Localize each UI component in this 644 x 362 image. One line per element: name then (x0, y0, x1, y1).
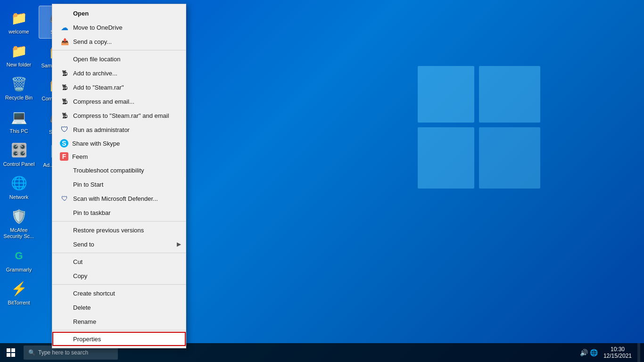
ctx-restore-prev-label: Restore previous versions (73, 227, 144, 234)
send-copy-icon: 📤 (60, 37, 69, 46)
taskbar-date: 12/15/2021 (603, 353, 632, 359)
ctx-delete[interactable]: Delete (52, 300, 186, 314)
ctx-copy[interactable]: Copy (52, 269, 186, 283)
ctx-rename[interactable]: Rename (52, 314, 186, 329)
separator-4 (52, 284, 186, 285)
icon-control-panel[interactable]: 🎛️ Control Panel (1, 138, 37, 170)
icon-network[interactable]: 🌐 Network (1, 171, 37, 203)
ctx-troubleshoot-label: Troubleshoot compatibility (73, 167, 144, 174)
welcome-label: welcome (8, 29, 29, 35)
svg-rect-0 (418, 66, 474, 123)
separator-5 (52, 330, 186, 330)
ctx-pin-taskbar-label: Pin to taskbar (73, 209, 111, 216)
ctx-run-as-admin[interactable]: 🛡 Run as administrator (52, 123, 186, 137)
control-panel-icon: 🎛️ (9, 141, 28, 160)
tray-icons: 🔊 🌐 (580, 349, 598, 356)
send-to-icon (60, 239, 69, 249)
network-label: Network (9, 194, 28, 200)
ctx-compress-steam-email-label: Compress to "Steam.rar" and email (73, 112, 169, 119)
feem-icon: F (60, 152, 68, 161)
grammarly-icon: G (9, 247, 28, 265)
ctx-move-to-onedrive[interactable]: ☁ Move to OneDrive (52, 20, 186, 34)
mcafee-icon: 🛡️ (9, 207, 28, 226)
this-pc-label: This PC (9, 128, 28, 134)
recycle-bin-icon: 🗑️ (9, 74, 28, 93)
ctx-share-skype[interactable]: S Share with Skype (52, 137, 186, 150)
icon-this-pc[interactable]: 💻 This PC (1, 105, 37, 137)
svg-rect-3 (479, 127, 540, 189)
control-panel-label: Control Panel (3, 161, 35, 167)
pin-start-icon (60, 180, 69, 189)
icon-grammarly[interactable]: G Grammarly (1, 244, 37, 276)
svg-rect-5 (11, 348, 15, 352)
send-to-arrow: ▶ (177, 241, 181, 247)
ctx-feem[interactable]: F Feem (52, 150, 186, 163)
network-icon: 🌐 (9, 174, 28, 193)
ctx-cut[interactable]: Cut (52, 255, 186, 269)
ctx-open-label: Open (73, 10, 89, 17)
copy-icon (60, 271, 69, 280)
mcafee-label: McAfee Security Sc... (3, 227, 35, 239)
search-icon: 🔍 (28, 349, 35, 356)
ctx-create-shortcut-label: Create shortcut (73, 290, 115, 297)
search-placeholder: Type here to search (38, 349, 88, 356)
welcome-icon: 📁 (9, 8, 28, 27)
icon-bittorrent[interactable]: ⚡ BitTorrent (1, 277, 37, 309)
ctx-add-archive[interactable]: 🗜 Add to archive... (52, 66, 186, 80)
ctx-restore-prev[interactable]: Restore previous versions (52, 223, 186, 237)
this-pc-icon: 💻 (9, 108, 28, 127)
windows-logo (418, 66, 540, 189)
ctx-properties-label: Properties (73, 336, 101, 343)
ctx-add-steam-rar[interactable]: 🗜 Add to "Steam.rar" (52, 80, 186, 94)
ctx-run-as-admin-label: Run as administrator (73, 126, 130, 133)
icon-recycle-bin[interactable]: 🗑️ Recycle Bin (1, 72, 37, 104)
icon-mcafee[interactable]: 🛡️ McAfee Security Sc... (1, 204, 37, 242)
ctx-file-location-label: Open file location (73, 56, 120, 63)
taskbar-time: 10:30 (611, 346, 625, 353)
ctx-send-to[interactable]: Send to ▶ (52, 237, 186, 251)
rename-icon (60, 317, 69, 326)
ctx-create-shortcut[interactable]: Create shortcut (52, 286, 186, 300)
separator-3 (52, 253, 186, 253)
ctx-troubleshoot[interactable]: Troubleshoot compatibility (52, 163, 186, 177)
add-steam-rar-icon: 🗜 (60, 82, 69, 92)
separator-2 (52, 221, 186, 222)
svg-rect-7 (11, 353, 15, 357)
ctx-cut-label: Cut (73, 258, 83, 265)
new-folder-label: New folder (7, 62, 32, 68)
grammarly-label: Grammarly (6, 267, 32, 273)
ctx-onedrive-label: Move to OneDrive (73, 24, 123, 31)
compress-email-icon: 🗜 (60, 97, 69, 106)
taskbar-clock[interactable]: 10:30 12/15/2021 (603, 346, 632, 359)
new-folder-icon: 📁 (9, 41, 28, 60)
ctx-rename-label: Rename (73, 318, 96, 325)
start-button[interactable] (0, 343, 22, 362)
ctx-scan-defender-label: Scan with Microsoft Defender... (73, 195, 158, 202)
cut-icon (60, 257, 69, 266)
skype-icon: S (60, 139, 68, 148)
show-desktop-button[interactable] (637, 343, 640, 362)
ctx-properties[interactable]: Properties (52, 332, 186, 346)
ctx-pin-start[interactable]: Pin to Start (52, 177, 186, 191)
delete-icon (60, 303, 69, 312)
ctx-scan-defender[interactable]: 🛡 Scan with Microsoft Defender... (52, 191, 186, 206)
ctx-compress-steam-email[interactable]: 🗜 Compress to "Steam.rar" and email (52, 108, 186, 123)
ctx-add-archive-label: Add to archive... (73, 70, 117, 77)
pin-taskbar-icon (60, 208, 69, 217)
ctx-send-copy[interactable]: 📤 Send a copy... (52, 34, 186, 49)
ctx-open-file-location[interactable]: Open file location (52, 52, 186, 66)
file-location-icon (60, 54, 69, 64)
properties-icon (60, 334, 69, 344)
ctx-send-to-label: Send to (73, 241, 94, 248)
icon-welcome[interactable]: 📁 welcome (1, 6, 37, 38)
recycle-bin-label: Recycle Bin (5, 95, 33, 101)
troubleshoot-icon (60, 165, 69, 175)
icon-new-folder[interactable]: 📁 New folder (1, 39, 37, 71)
ctx-copy-label: Copy (73, 272, 87, 280)
ctx-open[interactable]: Open (52, 6, 186, 20)
separator-1 (52, 50, 186, 50)
ctx-compress-email[interactable]: 🗜 Compress and email... (52, 94, 186, 108)
ctx-pin-taskbar[interactable]: Pin to taskbar (52, 206, 186, 220)
create-shortcut-icon (60, 288, 69, 298)
svg-rect-1 (479, 66, 540, 123)
